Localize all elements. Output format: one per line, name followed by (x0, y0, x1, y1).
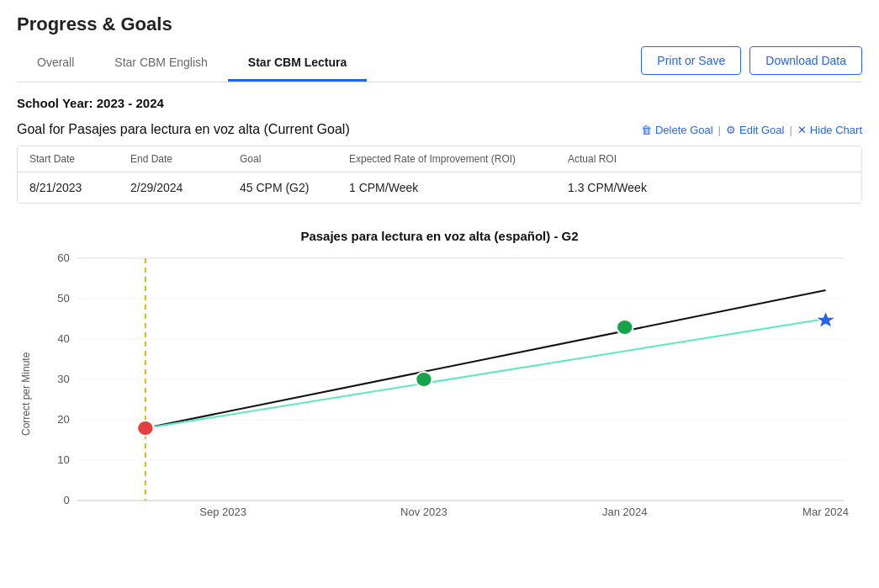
goal-header: Goal for Pasajes para lectura en voz alt… (17, 122, 862, 137)
svg-point-19 (416, 372, 432, 387)
svg-text:Mar 2024: Mar 2024 (802, 506, 849, 517)
svg-text:20: 20 (57, 414, 70, 425)
col-goal: Goal (240, 153, 349, 165)
close-icon: ✕ (797, 124, 807, 136)
svg-text:30: 30 (57, 373, 70, 384)
tabs-bar: Overall Star CBM English Star CBM Lectur… (17, 45, 862, 82)
cell-start-date: 8/21/2023 (29, 181, 130, 194)
col-actual-roi: Actual ROI (568, 153, 736, 165)
col-start-date: Start Date (29, 153, 130, 165)
edit-goal-link[interactable]: ⚙ Edit Goal (726, 124, 784, 136)
cell-actual-roi: 1.3 CPM/Week (568, 181, 736, 194)
goal-title: Goal for Pasajes para lectura en voz alt… (17, 122, 350, 137)
svg-text:50: 50 (57, 293, 70, 304)
cell-expected-roi: 1 CPM/Week (349, 181, 568, 194)
chart-wrap: Correct per Minute 60 50 40 30 20 10 (17, 250, 862, 538)
svg-text:Sep 2023: Sep 2023 (199, 506, 246, 517)
svg-text:Jan 2024: Jan 2024 (602, 506, 648, 517)
download-data-button[interactable]: Download Data (749, 46, 862, 75)
chart-svg: 60 50 40 30 20 10 0 (40, 250, 862, 536)
print-save-button[interactable]: Print or Save (641, 46, 741, 75)
svg-text:40: 40 (57, 333, 70, 344)
svg-marker-21 (815, 310, 836, 328)
svg-text:Nov 2023: Nov 2023 (400, 506, 447, 517)
svg-line-17 (146, 319, 826, 428)
goal-table-header: Start Date End Date Goal Expected Rate o… (18, 146, 861, 172)
svg-text:10: 10 (57, 454, 70, 465)
trash-icon: 🗑 (641, 124, 652, 136)
tab-overall[interactable]: Overall (17, 45, 94, 82)
separator-2: | (789, 124, 792, 136)
delete-goal-link[interactable]: 🗑 Delete Goal (641, 124, 713, 136)
svg-text:60: 60 (57, 252, 70, 263)
svg-point-20 (617, 320, 633, 335)
hide-chart-link[interactable]: ✕ Hide Chart (797, 124, 862, 136)
y-axis-label: Correct per Minute (17, 250, 40, 538)
cell-goal: 45 CPM (G2) (240, 181, 349, 194)
school-year-label: School Year: 2023 - 2024 (17, 96, 862, 110)
page-title: Progress & Goals (17, 13, 862, 35)
chart-container: Pasajes para lectura en voz alta (españo… (17, 220, 862, 538)
col-end-date: End Date (130, 153, 240, 165)
svg-text:0: 0 (63, 495, 69, 506)
svg-line-16 (146, 290, 826, 428)
goal-table: Start Date End Date Goal Expected Rate o… (17, 146, 862, 204)
goal-action-links: 🗑 Delete Goal | ⚙ Edit Goal | ✕ Hide Cha… (641, 124, 862, 136)
tab-star-cbm-english[interactable]: Star CBM English (94, 45, 227, 82)
separator-1: | (718, 124, 721, 136)
gear-icon: ⚙ (726, 124, 736, 136)
tab-list: Overall Star CBM English Star CBM Lectur… (17, 45, 641, 82)
col-expected-roi: Expected Rate of Improvement (ROI) (349, 153, 568, 165)
cell-end-date: 2/29/2024 (130, 181, 240, 194)
action-buttons: Print or Save Download Data (641, 46, 862, 82)
tab-star-cbm-lectura[interactable]: Star CBM Lectura (228, 45, 367, 82)
svg-point-18 (137, 421, 154, 436)
chart-inner: 60 50 40 30 20 10 0 (40, 250, 862, 538)
chart-title: Pasajes para lectura en voz alta (españo… (17, 229, 862, 243)
goal-table-row: 8/21/2023 2/29/2024 45 CPM (G2) 1 CPM/We… (18, 172, 861, 203)
